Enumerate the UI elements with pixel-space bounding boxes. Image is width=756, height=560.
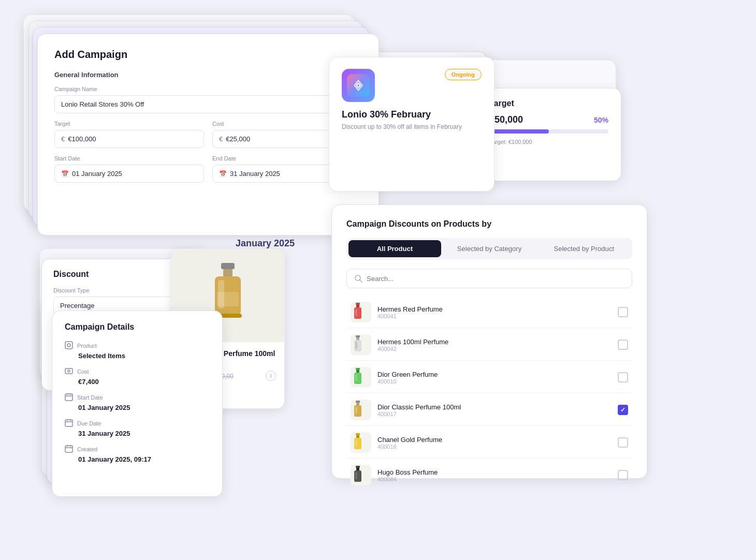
- svg-rect-35: [356, 368, 360, 370]
- detail-cost-row: Cost €7,400: [65, 367, 210, 386]
- check-mark-3: ✓: [620, 406, 626, 414]
- campaign-name-input[interactable]: Lonio Retail Stores 30% Off: [54, 95, 362, 113]
- product-list-info-1: Hermes 100ml Perfume 400042: [377, 338, 612, 352]
- general-info-label: General Information: [54, 71, 362, 79]
- detail-cost-value: €7,400: [65, 378, 210, 386]
- tab-all-product[interactable]: All Product: [348, 240, 441, 257]
- campaign-desc: Discount up to 30% off all items in Febr…: [342, 123, 482, 130]
- campaign-info-card: Ongoing Lonio 30% February Discount up t…: [329, 57, 495, 191]
- created-icon: [65, 445, 73, 454]
- product-list-name-4: Chanel Gold Perfume: [377, 436, 612, 444]
- target-label: Target: [489, 99, 608, 108]
- checkbox-5[interactable]: [618, 470, 628, 480]
- svg-rect-42: [355, 407, 357, 414]
- svg-rect-43: [356, 433, 360, 435]
- detail-duedate-row: Due Date 31 January 2025: [65, 419, 210, 437]
- target-card: Target €50,000 50% Target: €100,000: [476, 88, 621, 181]
- perfume-thumb-svg: [354, 303, 368, 321]
- add-campaign-title: Add Campaign: [54, 49, 362, 61]
- calendar-icon-end: 📅: [219, 170, 227, 178]
- search-box[interactable]: [346, 269, 632, 288]
- list-item: Dior Green Perfume 400010: [346, 362, 632, 393]
- svg-rect-28: [356, 305, 359, 307]
- discount-type-value: Precentage: [60, 302, 95, 310]
- svg-rect-30: [355, 309, 357, 316]
- detail-created-row: Created 01 January 2025, 09:17: [65, 445, 210, 463]
- checkbox-2[interactable]: [618, 372, 628, 382]
- info-icon[interactable]: i: [266, 371, 276, 381]
- svg-rect-39: [356, 401, 360, 403]
- perfume-thumb-svg: [354, 401, 368, 419]
- end-date-value: 31 January 2025: [230, 170, 280, 178]
- svg-rect-0: [221, 263, 235, 269]
- detail-startdate-label: Start Date: [77, 394, 103, 401]
- target-sub: Target: €100,000: [489, 139, 608, 145]
- product-list-name-2: Dior Green Perfume: [377, 371, 612, 378]
- product-list-sku-2: 400010: [377, 378, 612, 385]
- checkbox-3[interactable]: ✓: [618, 405, 628, 415]
- product-thumb-5: [351, 465, 371, 485]
- calendar-icon-start: 📅: [61, 170, 69, 178]
- svg-rect-48: [356, 468, 359, 470]
- checkbox-4[interactable]: [618, 437, 628, 448]
- tab-selected-by-product[interactable]: Selected by Product: [537, 240, 630, 257]
- detail-product-value: Selected Items: [65, 352, 210, 360]
- start-date-label: Start Date: [54, 155, 204, 161]
- product-list-sku-1: 400042: [377, 346, 612, 352]
- search-input[interactable]: [367, 275, 624, 283]
- svg-rect-10: [65, 394, 72, 401]
- tab-row: All Product Selected by Category Selecte…: [346, 238, 632, 259]
- campaign-name: Lonio 30% February: [342, 109, 482, 120]
- detail-product-label: Product: [77, 343, 97, 349]
- svg-point-24: [357, 84, 359, 86]
- perfume-thumb-svg: [354, 368, 368, 387]
- list-item: Hermes 100ml Perfume 400042: [346, 329, 632, 361]
- list-item: Dior Classic Perfume 100ml 400017 ✓: [346, 394, 632, 426]
- details-title: Campaign Details: [65, 322, 210, 332]
- svg-rect-34: [355, 342, 357, 349]
- cost-value: €25,000: [226, 135, 250, 143]
- search-icon: [354, 274, 362, 283]
- detail-cost-label: Cost: [77, 369, 89, 375]
- product-list-name-1: Hermes 100ml Perfume: [377, 338, 612, 346]
- campaign-details-card: Campaign Details Product Selected Items …: [52, 311, 223, 497]
- product-list-info-4: Chanel Gold Perfume 400016: [377, 436, 612, 450]
- svg-point-7: [67, 344, 70, 347]
- product-list-sku-0: 400041: [377, 313, 612, 319]
- svg-rect-6: [65, 342, 72, 349]
- svg-rect-46: [355, 439, 357, 447]
- euro-icon-target: €: [61, 135, 65, 143]
- svg-rect-47: [356, 466, 360, 468]
- checkbox-0[interactable]: [618, 307, 628, 317]
- svg-rect-40: [356, 403, 359, 405]
- svg-rect-8: [65, 369, 72, 374]
- product-thumb-1: [351, 334, 371, 355]
- perfume-thumb-svg: [354, 466, 368, 484]
- svg-rect-44: [356, 435, 359, 438]
- target-value: €100,000: [68, 135, 96, 143]
- discounts-title: Campaign Discounts on Products by: [346, 219, 632, 229]
- product-list-info-2: Dior Green Perfume 400010: [377, 371, 612, 385]
- target-amount-row: €50,000 50%: [489, 114, 608, 125]
- tab-selected-by-category[interactable]: Selected by Category: [443, 240, 536, 257]
- checkbox-1[interactable]: [618, 340, 628, 350]
- start-date-input[interactable]: 📅 01 January 2025: [54, 165, 204, 183]
- product-list-sku-5: 400084: [377, 476, 612, 482]
- svg-line-26: [360, 280, 362, 282]
- product-thumb-4: [351, 432, 371, 453]
- discounts-card: Campaign Discounts on Products by All Pr…: [331, 204, 647, 479]
- product-list-info-5: Hugo Boss Perfume 400084: [377, 468, 612, 482]
- svg-rect-14: [65, 420, 72, 426]
- campaign-logo-svg: [347, 74, 370, 97]
- svg-rect-31: [356, 335, 360, 337]
- ongoing-badge: Ongoing: [445, 69, 482, 80]
- detail-product-row: Product Selected Items: [65, 341, 210, 360]
- detail-created-label: Created: [77, 446, 97, 452]
- svg-point-9: [68, 370, 70, 372]
- start-date-value: 01 January 2025: [72, 170, 122, 178]
- startdate-icon: [65, 393, 73, 402]
- product-list-info-3: Dior Classic Perfume 100ml 400017: [377, 403, 612, 417]
- product-list-sku-4: 400016: [377, 444, 612, 450]
- target-input[interactable]: € €100,000: [54, 130, 204, 148]
- product-list-name-0: Hermes Red Perfume: [377, 305, 612, 313]
